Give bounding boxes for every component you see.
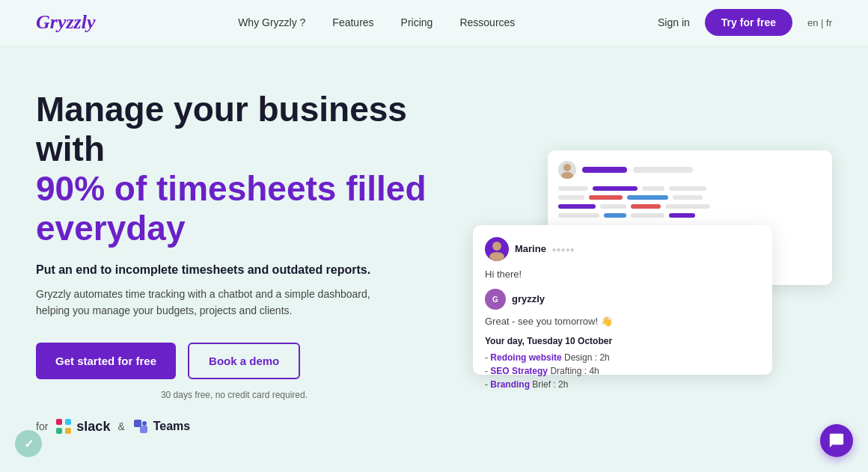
chat-item-2: - SEO Strategy Drafting : 4h xyxy=(485,366,760,376)
hero-description: Gryzzly automates time tracking with a c… xyxy=(36,286,395,319)
purple-bar xyxy=(582,167,627,173)
svg-point-7 xyxy=(563,164,571,171)
bot-avatar: G xyxy=(485,289,506,310)
chat-support-icon xyxy=(828,432,845,449)
check-badge: ✓ xyxy=(15,430,42,457)
svg-point-9 xyxy=(492,242,501,251)
hero-title: Manage your business with 90% of timeshe… xyxy=(36,90,433,248)
bar xyxy=(631,204,661,209)
mockup-wrapper: Marine ●●●●● Hi there! G gryzzly Great -… xyxy=(473,150,832,375)
chat-greeting: Hi there! xyxy=(485,269,760,280)
mockup-header xyxy=(558,161,822,179)
bar xyxy=(631,213,664,218)
hero-buttons: Get started for free Book a demo xyxy=(36,343,433,379)
mockup-avatar xyxy=(558,161,576,179)
hero-subtitle: Put an end to incomplete timesheets and … xyxy=(36,263,433,277)
bar xyxy=(558,195,584,200)
svg-point-8 xyxy=(561,172,573,179)
svg-rect-5 xyxy=(140,426,147,433)
hero-left: Manage your business with 90% of timeshe… xyxy=(36,90,433,435)
get-started-button[interactable]: Get started for free xyxy=(36,343,176,379)
hero-integrations: for slack & Teams xyxy=(36,418,433,435)
chat-avatar xyxy=(485,237,509,261)
bar xyxy=(558,186,588,191)
nav-link-features[interactable]: Features xyxy=(332,16,373,28)
bot-header: G gryzzly xyxy=(485,289,760,310)
bar xyxy=(642,186,664,191)
svg-rect-4 xyxy=(134,420,141,427)
svg-rect-2 xyxy=(56,428,62,434)
teams-icon xyxy=(132,418,149,435)
sign-in-link[interactable]: Sign in xyxy=(658,16,690,28)
bar xyxy=(669,186,706,191)
chat-username: Marine ●●●●● xyxy=(515,243,575,254)
svg-point-10 xyxy=(489,252,504,261)
navbar: Gryzzly Why Gryzzly ? Features Pricing R… xyxy=(0,0,868,45)
mockup-sheet-front: Marine ●●●●● Hi there! G gryzzly Great -… xyxy=(473,225,772,375)
day-label: Your day, Tuesday 10 October xyxy=(485,336,760,346)
chat-item-3: - Branding Brief : 2h xyxy=(485,379,760,390)
gray-bar-1 xyxy=(633,167,693,173)
nav-link-ressources[interactable]: Ressources xyxy=(459,16,515,28)
svg-point-6 xyxy=(142,421,147,426)
try-for-free-button[interactable]: Try for free xyxy=(705,9,792,36)
teams-label: Teams xyxy=(153,420,191,433)
bar xyxy=(589,195,623,200)
bar xyxy=(665,204,710,209)
bot-info: gryzzly xyxy=(512,293,545,304)
bar xyxy=(627,195,668,200)
chat-user-info: Marine ●●●●● xyxy=(515,243,575,254)
teams-integration: Teams xyxy=(132,418,191,435)
slack-icon xyxy=(55,418,72,435)
bar xyxy=(558,204,596,209)
mockup-rows xyxy=(558,186,822,218)
bar xyxy=(673,195,703,200)
nav-link-why[interactable]: Why Gryzzly ? xyxy=(238,16,305,28)
nav-right: Sign in Try for free en | fr xyxy=(658,9,832,36)
mockup-row-3 xyxy=(558,204,822,209)
svg-rect-0 xyxy=(56,419,62,425)
bar xyxy=(593,186,638,191)
chat-support-button[interactable] xyxy=(820,424,853,457)
bot-name: gryzzly xyxy=(512,293,545,304)
svg-text:G: G xyxy=(492,295,498,304)
nav-link-pricing[interactable]: Pricing xyxy=(401,16,433,28)
bar xyxy=(669,213,695,218)
bar xyxy=(604,213,626,218)
for-label: for xyxy=(36,420,48,432)
hero-section: Manage your business with 90% of timeshe… xyxy=(0,45,868,472)
and-label: & xyxy=(117,420,124,432)
mockup-row-1 xyxy=(558,186,822,191)
language-switcher[interactable]: en | fr xyxy=(807,17,832,28)
hero-right: Marine ●●●●● Hi there! G gryzzly Great -… xyxy=(473,150,832,375)
nav-links: Why Gryzzly ? Features Pricing Ressource… xyxy=(238,16,515,28)
slack-integration: slack xyxy=(55,418,110,435)
book-demo-button[interactable]: Book a demo xyxy=(188,343,300,379)
mockup-row-2 xyxy=(558,195,822,200)
svg-rect-3 xyxy=(65,428,71,434)
chat-header: Marine ●●●●● xyxy=(485,237,760,261)
bar xyxy=(600,204,626,209)
mockup-row-4 xyxy=(558,213,822,218)
bar xyxy=(558,213,599,218)
logo[interactable]: Gryzzly xyxy=(36,11,95,34)
svg-rect-1 xyxy=(65,419,71,425)
slack-label: slack xyxy=(76,419,110,435)
hero-note: 30 days free, no credit card required. xyxy=(36,390,433,400)
bot-message: Great - see you tomorrow! 👋 xyxy=(485,316,760,327)
chat-item-1: - Redoing website Design : 2h xyxy=(485,352,760,363)
